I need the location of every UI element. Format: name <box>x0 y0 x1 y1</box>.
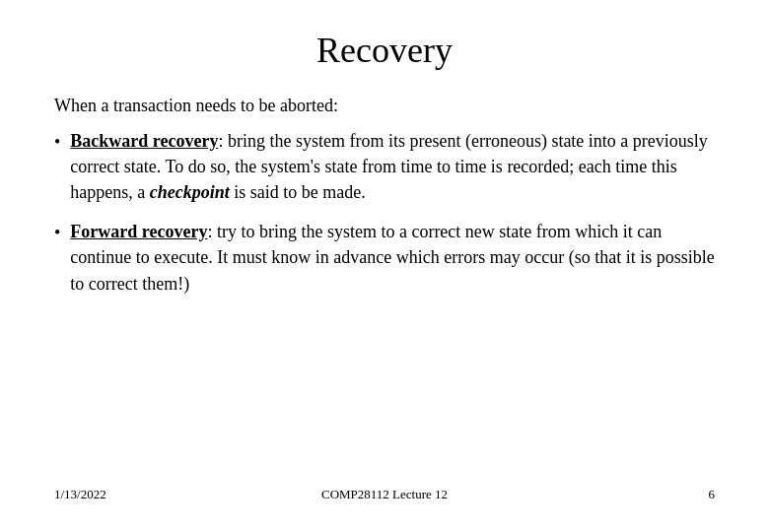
bullet-list: • Backward recovery: bring the system fr… <box>54 128 715 297</box>
intro-text: When a transaction needs to be aborted: <box>54 93 715 118</box>
bullet-content-2: Forward recovery: try to bring the syste… <box>70 219 715 296</box>
footer-title: COMP28112 Lecture 12 <box>220 487 550 502</box>
bullet-dot-1: • <box>54 129 60 155</box>
slide: Recovery When a transaction needs to be … <box>0 0 769 532</box>
slide-title: Recovery <box>54 30 715 71</box>
slide-footer: 1/13/2022 COMP28112 Lecture 12 6 <box>54 479 715 502</box>
bullet-dot-2: • <box>54 220 60 245</box>
bullet-content-1: Backward recovery: bring the system from… <box>70 128 715 205</box>
slide-body: When a transaction needs to be aborted: … <box>54 93 715 479</box>
term-forward-recovery: Forward recovery <box>70 222 207 241</box>
term-checkpoint: checkpoint <box>150 182 230 202</box>
footer-date: 1/13/2022 <box>54 487 220 502</box>
list-item: • Forward recovery: try to bring the sys… <box>54 219 715 296</box>
bullet-1-suffix: is said to be made. <box>230 182 366 202</box>
term-backward-recovery: Backward recovery <box>70 131 218 151</box>
list-item: • Backward recovery: bring the system fr… <box>54 128 715 205</box>
footer-page: 6 <box>550 487 716 502</box>
